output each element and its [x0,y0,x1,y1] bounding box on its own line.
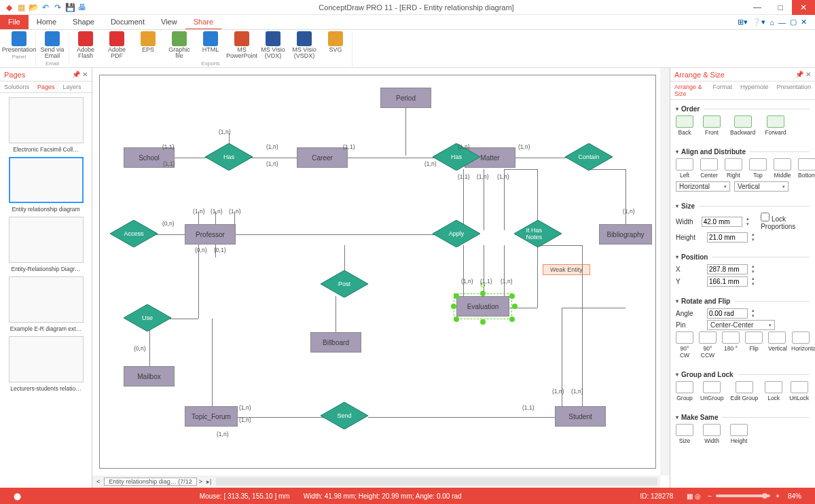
child-min-icon[interactable]: ⌂ [769,18,774,26]
save-icon[interactable]: 💾 [65,3,75,12]
tool-button[interactable]: Right [725,158,742,179]
selection-handle[interactable] [454,293,459,299]
connector[interactable] [562,308,562,395]
page-thumbnail[interactable]: Lecturers-students relatio… [4,336,88,392]
scroll-tab-next[interactable]: > [197,478,204,485]
tool-button[interactable]: Backward [730,115,755,136]
scroll-tab-prev[interactable]: < [92,478,104,485]
tool-button[interactable]: Back [676,115,693,136]
tool-button[interactable]: Front [703,115,721,136]
connector[interactable] [212,319,213,417]
connector[interactable] [336,296,336,334]
selection-handle[interactable] [454,317,459,322]
tool-button[interactable]: Center [700,158,718,179]
relationship-diamond[interactable]: Apply [433,220,480,247]
menu-view[interactable]: View [153,15,185,29]
tool-button[interactable]: Top [749,158,767,179]
new-icon[interactable]: ▦ [16,3,26,12]
ribbon-item[interactable]: MS Visio (VSDX) [291,31,318,60]
drawing-canvas[interactable]: Weak Entity SchoolPeriodCareerMatterBibl… [99,75,656,469]
ribbon-item[interactable]: Adobe PDF [103,31,130,60]
tab-hypernote[interactable]: Hypernote [736,82,773,99]
close-button[interactable]: ✕ [792,0,815,15]
relationship-diamond[interactable]: Has [433,143,480,170]
tool-button[interactable]: Edit Group [731,381,759,401]
tool-button[interactable]: Horizontal [791,331,810,359]
selection-handle[interactable] [480,291,486,296]
entity-box[interactable]: Billboard [310,332,361,353]
connector[interactable] [562,395,562,406]
tab-presentation[interactable]: Presentation [772,82,815,99]
page-thumbnail[interactable]: Entity-Relationship Diagr… [4,217,88,272]
tool-button[interactable]: 180 ° [722,331,740,359]
maximize-button[interactable]: □ [769,0,792,15]
connector[interactable] [504,245,505,296]
selection-handle[interactable] [512,304,518,309]
entity-box[interactable]: Bibliography [599,224,652,245]
redo-icon[interactable]: ↷ [53,3,62,12]
entity-box[interactable]: Topic_Forum [185,406,238,427]
lock-proportions-checkbox[interactable] [761,213,769,221]
connector[interactable] [537,245,538,308]
connector[interactable] [236,234,439,235]
relationship-diamond[interactable]: Has [205,143,253,170]
ribbon-item[interactable]: MS PowerPoint [228,31,255,60]
page-thumbnail[interactable]: Entity relationship diagram [4,157,88,213]
width-input[interactable] [702,217,742,227]
page-tab[interactable]: Entity relationship diag… (7/12 [104,478,197,486]
tab-format[interactable]: Format [708,82,736,99]
connector[interactable] [582,245,583,395]
status-icons[interactable]: ▦ ◎ [680,492,708,500]
ribbon-item[interactable]: HTML [197,31,224,60]
tool-button[interactable]: 90° CW [676,331,693,359]
entity-box[interactable]: Career [297,147,348,168]
tool-button[interactable]: UnGroup [700,381,724,401]
page-thumbnail[interactable]: Electronic Facsimil Coll… [4,97,88,153]
entity-box[interactable]: Period [380,88,431,108]
menu-file[interactable]: File [0,15,29,29]
tool-button[interactable]: Flip [745,331,763,359]
zoom-in-button[interactable]: ＋ [774,491,781,501]
relationship-diamond[interactable]: It Has Notes [514,220,562,247]
zoom-slider[interactable] [716,494,770,497]
entity-box[interactable]: Professor [185,224,236,245]
ribbon-item[interactable]: EPS [134,31,162,60]
selection-handle[interactable] [451,304,456,309]
page-thumbnail[interactable]: Example E-R diagram ext… [4,276,88,332]
ribbon-item[interactable]: Send via Email [39,31,66,60]
tool-button[interactable]: Width [703,424,721,444]
pin-icon[interactable]: 📌 ✕ [72,71,88,78]
relationship-diamond[interactable]: Contain [565,143,613,170]
relationship-diamond[interactable]: Use [124,304,171,331]
undo-icon[interactable]: ↶ [41,3,50,12]
x-input[interactable] [707,264,748,274]
tool-button[interactable]: 90° CCW [699,331,717,359]
tool-button[interactable]: Size [676,424,693,444]
vertical-scrollbar[interactable] [660,68,670,475]
ribbon-item[interactable]: Adobe Flash [72,31,99,60]
connector[interactable] [562,308,626,308]
ribbon-item[interactable]: SVG [322,31,349,60]
relationship-diamond[interactable]: Send [321,402,368,429]
tool-button[interactable]: Group [676,381,693,401]
connector[interactable] [582,395,583,406]
pin-select[interactable]: Center-Center [707,320,775,330]
open-icon[interactable]: 📂 [29,3,38,12]
zoom-out-button[interactable]: − [708,492,712,500]
tool-button[interactable]: Middle [774,158,791,179]
tab-layers[interactable]: Layers [59,82,86,92]
vertical-select[interactable]: Vertical [734,181,789,192]
entity-box[interactable]: Student [555,406,606,427]
connector[interactable] [198,244,199,319]
tool-button[interactable]: UnLock [789,381,809,401]
connector[interactable] [368,417,555,418]
help-icon[interactable]: ❔▾ [752,18,765,26]
minimize-button[interactable]: — [746,0,769,15]
horizontal-select[interactable]: Horizontal [676,181,730,192]
tool-button[interactable]: Height [730,424,748,444]
relationship-diamond[interactable]: Access [110,220,158,247]
tab-arrange-size[interactable]: Arrange & Size [670,82,708,99]
child-max-icon[interactable]: ▢ [790,18,797,26]
tool-button[interactable]: Bottom [798,158,815,179]
relationship-diamond[interactable]: Post [321,270,368,298]
